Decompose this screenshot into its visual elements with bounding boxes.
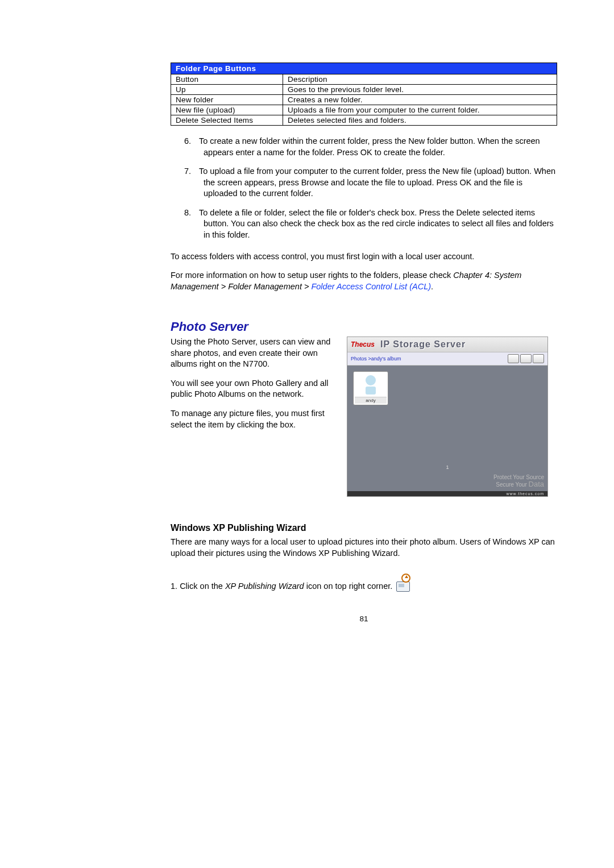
- table-header-button: Button: [171, 74, 283, 85]
- table-title: Folder Page Buttons: [171, 63, 557, 74]
- step-text: To delete a file or folder, select the f…: [199, 208, 554, 239]
- ps-footer-data: Data: [529, 480, 544, 488]
- ps-body: andy 1 Protect Your Source Secure Your D…: [347, 366, 547, 496]
- thumb-shape-icon: [366, 387, 376, 394]
- wizard-step-1: 1. Click on the XP Publishing Wizard ico…: [171, 575, 557, 592]
- ps-title: IP Storage Server: [380, 339, 544, 350]
- table-cell-desc: Creates a new folder.: [283, 95, 557, 105]
- page-number: 81: [171, 614, 557, 623]
- ps-breadcrumb: Photos >andy's album: [351, 356, 401, 362]
- list-item: 7.To upload a file from your computer to…: [184, 166, 557, 200]
- step-text: To upload a file from your computer to t…: [199, 167, 555, 198]
- folder-page-buttons-table: Folder Page Buttons Button Description U…: [171, 63, 557, 126]
- more-info-text: For more information on how to setup use…: [171, 271, 453, 280]
- ps-toolbar-icon: [520, 354, 532, 363]
- list-item: 6.To create a new folder within the curr…: [184, 136, 557, 158]
- table-cell-button: New folder: [171, 95, 283, 105]
- photo-p1: Using the Photo Server, users can view a…: [171, 337, 335, 370]
- step-number: 8.: [184, 207, 199, 219]
- ps-toolbar-icons: [507, 354, 544, 363]
- acl-link: Folder Access Control List (ACL): [311, 282, 431, 291]
- table-cell-desc: Deletes selected files and folders.: [283, 115, 557, 126]
- numbered-steps: 6.To create a new folder within the curr…: [171, 136, 557, 241]
- table-row: Delete Selected Items Deletes selected f…: [171, 115, 557, 126]
- step-number: 7.: [184, 166, 199, 177]
- photo-server-text: Using the Photo Server, users can view a…: [171, 337, 335, 438]
- ps-url: www.thecus.com: [347, 491, 547, 496]
- wizard-heading: Windows XP Publishing Wizard: [171, 523, 557, 533]
- photo-p3: To manage any picture files, you must fi…: [171, 408, 335, 430]
- thecus-logo: Thecus: [351, 340, 375, 348]
- ps-pager: 1: [347, 464, 547, 470]
- wizard-step-number: 1.: [171, 582, 177, 591]
- table-cell-button: New file (upload): [171, 105, 283, 115]
- step-text: To create a new folder within the curren…: [199, 136, 540, 157]
- ps-footer: Protect Your Source Secure Your Data: [493, 474, 544, 488]
- ps-header: Thecus IP Storage Server: [347, 337, 547, 352]
- ps-footer-line2: Secure Your: [496, 481, 527, 488]
- table-cell-button: Delete Selected Items: [171, 115, 283, 126]
- list-item: 8.To delete a file or folder, select the…: [184, 207, 557, 241]
- table-header-description: Description: [283, 74, 557, 85]
- ps-toolbar-icon: [508, 354, 519, 363]
- table-row: New file (upload) Uploads a file from yo…: [171, 105, 557, 115]
- wizard-step-post: icon on top right corner.: [304, 582, 393, 591]
- ps-breadcrumb-bar: Photos >andy's album: [347, 352, 547, 366]
- table-row: Up Goes to the previous folder level.: [171, 85, 557, 95]
- xp-publishing-wizard-icon: [395, 575, 410, 592]
- photo-server-screenshot: Thecus IP Storage Server Photos >andy's …: [347, 337, 548, 497]
- more-info-paragraph: For more information on how to setup use…: [171, 270, 557, 292]
- thumb-shape-icon: [366, 375, 376, 385]
- table-cell-desc: Uploads a file from your computer to the…: [283, 105, 557, 115]
- thumb-label: andy: [355, 397, 387, 404]
- period: .: [431, 282, 433, 291]
- table-cell-button: Up: [171, 85, 283, 95]
- ps-toolbar-icon: [533, 354, 544, 363]
- wizard-step-em: XP Publishing Wizard: [225, 582, 304, 591]
- table-cell-desc: Goes to the previous folder level.: [283, 85, 557, 95]
- access-paragraph: To access folders with access control, y…: [171, 251, 557, 263]
- wizard-step-pre: Click on the: [180, 582, 225, 591]
- ps-album-thumb: andy: [353, 371, 388, 405]
- wizard-intro: There are many ways for a local user to …: [171, 537, 557, 559]
- photo-server-heading: Photo Server: [171, 319, 557, 334]
- photo-p2: You will see your own Photo Gallery and …: [171, 378, 335, 400]
- step-number: 6.: [184, 136, 199, 147]
- table-row: New folder Creates a new folder.: [171, 95, 557, 105]
